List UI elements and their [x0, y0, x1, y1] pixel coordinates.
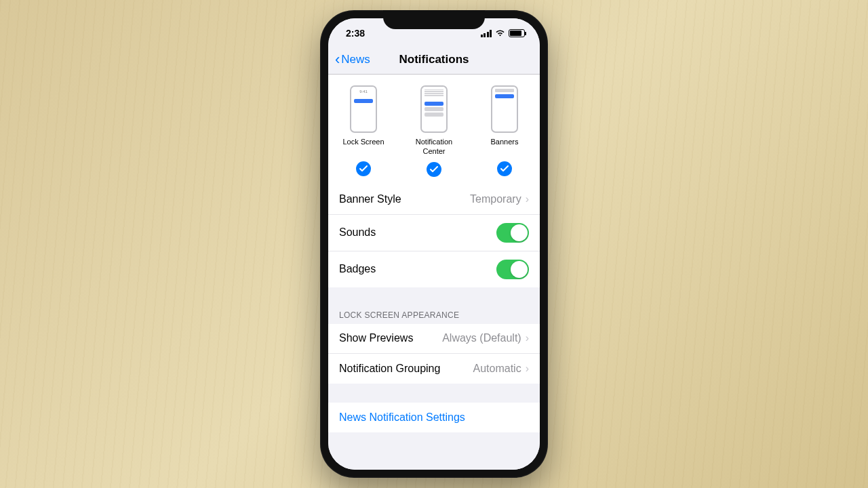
link-label: News Notification Settings [339, 411, 465, 424]
checkbox-notification-center[interactable] [427, 162, 441, 177]
alert-label: Banners [491, 137, 519, 156]
cellular-signal-icon [481, 30, 492, 37]
chevron-left-icon: ‹ [335, 52, 340, 67]
alert-label: Notification Center [403, 137, 465, 157]
alert-label: Lock Screen [342, 137, 384, 156]
cell-label: Banner Style [339, 193, 401, 205]
status-time: 2:38 [346, 28, 365, 39]
battery-icon [509, 29, 525, 37]
alert-option-notification-center[interactable]: Notification Center [403, 85, 465, 177]
cell-label: Notification Grouping [339, 363, 440, 375]
section-header: LOCK SCREEN APPEARANCE [328, 306, 540, 324]
row-show-previews[interactable]: Show Previews Always (Default) › [328, 324, 540, 354]
screen: 2:38 ‹ News Notifications [328, 18, 540, 470]
cell-value: Automatic [473, 363, 521, 375]
alert-types-row: Lock Screen Notification Center [328, 75, 540, 185]
lock-screen-preview-icon [350, 85, 377, 133]
alert-option-banners[interactable]: Banners [474, 85, 535, 177]
toggle-sounds[interactable] [496, 223, 529, 243]
row-banner-style[interactable]: Banner Style Temporary › [328, 185, 540, 215]
checkbox-lock-screen[interactable] [356, 161, 371, 176]
row-notification-grouping[interactable]: Notification Grouping Automatic › [328, 354, 540, 384]
navigation-bar: ‹ News Notifications [328, 48, 540, 75]
status-indicators [481, 29, 526, 37]
banners-preview-icon [491, 85, 518, 133]
wifi-icon [495, 29, 505, 37]
content-scroll[interactable]: Lock Screen Notification Center [328, 75, 540, 470]
row-news-notification-settings[interactable]: News Notification Settings [328, 403, 540, 432]
cell-label: Sounds [339, 226, 376, 239]
page-title: Notifications [399, 53, 469, 66]
chevron-right-icon: › [526, 332, 529, 344]
cell-value: Always (Default) [442, 332, 521, 344]
row-badges: Badges [328, 251, 540, 287]
cell-label: Show Previews [339, 332, 413, 344]
chevron-right-icon: › [526, 363, 529, 375]
back-button[interactable]: ‹ News [335, 52, 370, 67]
back-label: News [341, 53, 370, 66]
phone-frame: 2:38 ‹ News Notifications [320, 10, 548, 478]
cell-value: Temporary [470, 193, 521, 205]
settings-group-appearance: LOCK SCREEN APPEARANCE Show Previews Alw… [328, 306, 540, 384]
row-sounds: Sounds [328, 215, 540, 251]
alert-option-lock-screen[interactable]: Lock Screen [333, 85, 394, 177]
notification-center-preview-icon [420, 85, 448, 133]
chevron-right-icon: › [526, 193, 529, 205]
settings-group-alerts: Banner Style Temporary › Sounds Badges [328, 185, 540, 287]
cell-label: Badges [339, 263, 376, 275]
settings-group-link: News Notification Settings [328, 403, 540, 432]
device-notch [383, 10, 485, 29]
toggle-badges[interactable] [496, 260, 529, 279]
checkbox-banners[interactable] [497, 161, 512, 176]
